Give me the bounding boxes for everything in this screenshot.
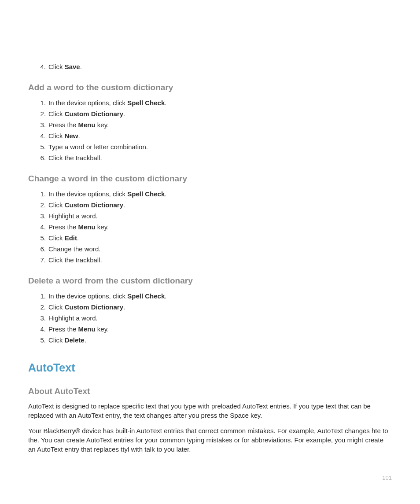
heading-about-autotext: About AutoText: [28, 386, 392, 396]
list-item-text: Click Delete.: [48, 336, 86, 344]
list-item: 3.Press the Menu key.: [41, 120, 392, 130]
list-item-text: Press the Menu key.: [48, 325, 109, 333]
top-list: 4.Click Save.: [28, 62, 392, 72]
list-item-number: 3.: [37, 313, 46, 324]
bold-term: Menu: [78, 223, 96, 231]
list-item-number: 2.: [37, 109, 46, 119]
list-item-text: Press the Menu key.: [48, 121, 109, 129]
list-item-text: Click Custom Dictionary.: [48, 201, 125, 209]
list-item: 4.Press the Menu key.: [41, 324, 392, 335]
list-item-number: 4.: [37, 324, 46, 335]
list-item-text: Click Edit.: [48, 234, 79, 242]
list-item-text: Type a word or letter combination.: [48, 143, 148, 151]
heading-delete-word: Delete a word from the custom dictionary: [28, 276, 392, 286]
list-item: 4.Click Save.: [41, 62, 392, 72]
list-item-text: Highlight a word.: [48, 314, 98, 322]
list-item-text: Click Custom Dictionary.: [48, 303, 125, 311]
bold-term: Menu: [78, 121, 96, 129]
heading-change-word: Change a word in the custom dictionary: [28, 174, 392, 184]
list-item-text: Press the Menu key.: [48, 223, 109, 231]
list-item: 7.Click the trackball.: [41, 255, 392, 265]
list-item: 1.In the device options, click Spell Che…: [41, 291, 392, 302]
list-item-number: 4.: [37, 222, 46, 232]
list-item: 1.In the device options, click Spell Che…: [41, 189, 392, 199]
list-item-number: 4.: [37, 131, 46, 141]
list-item: 6.Click the trackball.: [41, 153, 392, 163]
list-item: 2.Click Custom Dictionary.: [41, 109, 392, 119]
document-content: 4.Click Save. Add a word to the custom d…: [28, 62, 392, 454]
bold-term: Delete: [65, 336, 85, 344]
list-item-text: Click Save.: [48, 63, 82, 70]
list-item: 1.In the device options, click Spell Che…: [41, 98, 392, 108]
list-item-number: 1.: [37, 291, 46, 302]
list-item-number: 1.: [37, 98, 46, 108]
list-item: 6.Change the word.: [41, 244, 392, 254]
bold-term: Edit: [65, 234, 77, 242]
list-item: 2.Click Custom Dictionary.: [41, 302, 392, 313]
bold-term: Custom Dictionary: [65, 303, 123, 311]
list-item-text: Click New.: [48, 132, 80, 140]
list-item-text: Click the trackball.: [48, 256, 102, 264]
bold-term: Menu: [78, 325, 96, 333]
list-delete-word: 1.In the device options, click Spell Che…: [28, 291, 392, 346]
list-item-number: 5.: [37, 142, 46, 152]
list-item-text: In the device options, click Spell Check…: [48, 99, 166, 107]
list-item: 5.Click Edit.: [41, 233, 392, 243]
bold-term: Custom Dictionary: [65, 110, 123, 118]
bold-term: Spell Check: [127, 292, 165, 300]
bold-term: Spell Check: [127, 99, 165, 107]
list-item-text: In the device options, click Spell Check…: [48, 292, 166, 300]
list-item: 5.Type a word or letter combination.: [41, 142, 392, 152]
bold-term: Save: [65, 63, 80, 70]
page-number: 101: [382, 475, 392, 481]
list-item-number: 7.: [37, 255, 46, 265]
list-change-word: 1.In the device options, click Spell Che…: [28, 189, 392, 265]
list-item-number: 4.: [37, 62, 46, 72]
list-item-text: Click Custom Dictionary.: [48, 110, 125, 118]
list-item-number: 5.: [37, 335, 46, 346]
list-item: 3.Highlight a word.: [41, 211, 392, 221]
heading-autotext: AutoText: [28, 361, 392, 374]
list-item: 4.Press the Menu key.: [41, 222, 392, 232]
list-item-number: 3.: [37, 120, 46, 130]
bold-term: New: [65, 132, 78, 140]
list-item-text: Highlight a word.: [48, 212, 98, 220]
list-item-number: 3.: [37, 211, 46, 221]
list-item-number: 5.: [37, 233, 46, 243]
list-item: 3.Highlight a word.: [41, 313, 392, 324]
bold-term: Custom Dictionary: [65, 201, 123, 209]
list-item-number: 6.: [37, 153, 46, 163]
heading-add-word: Add a word to the custom dictionary: [28, 83, 392, 92]
list-item-number: 1.: [37, 189, 46, 199]
bold-term: Spell Check: [127, 190, 165, 198]
list-item-text: Change the word.: [48, 245, 100, 253]
list-item-text: In the device options, click Spell Check…: [48, 190, 166, 198]
list-item-number: 2.: [37, 200, 46, 210]
list-item: 4.Click New.: [41, 131, 392, 141]
paragraph-autotext-2: Your BlackBerry® device has built-in Aut…: [28, 426, 392, 454]
paragraph-autotext-1: AutoText is designed to replace specific…: [28, 401, 392, 420]
list-item: 5.Click Delete.: [41, 335, 392, 346]
list-item-number: 2.: [37, 302, 46, 313]
list-item-number: 6.: [37, 244, 46, 254]
list-item: 2.Click Custom Dictionary.: [41, 200, 392, 210]
list-add-word: 1.In the device options, click Spell Che…: [28, 98, 392, 163]
list-item-text: Click the trackball.: [48, 154, 102, 162]
